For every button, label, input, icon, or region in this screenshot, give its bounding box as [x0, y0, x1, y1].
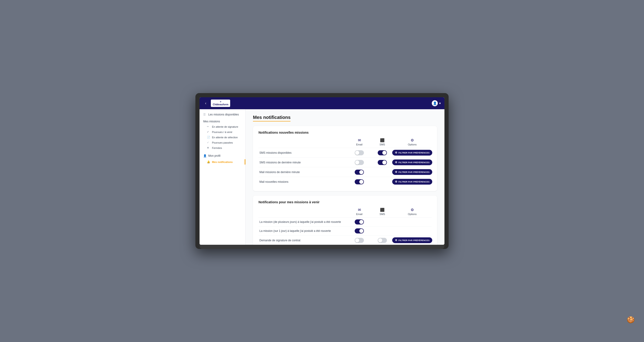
email-header-icon2: ✉: [358, 208, 361, 212]
missions-disponibles-icon: ☰: [203, 113, 206, 116]
section1-title: Notifications nouvelles missions: [258, 131, 432, 134]
toggle-email-sms-derniere[interactable]: [355, 160, 364, 165]
toggle-email-mail-nouvelles[interactable]: [355, 179, 364, 184]
top-nav: ‹ ⚜ Châteauform 👤 ▾: [200, 97, 444, 109]
filter-btn-mail-nouvelles[interactable]: ⚙ FILTRER PAR PRÉFÉRENCES: [392, 179, 432, 185]
pourvues-venir-icon: ✔: [207, 130, 210, 133]
sidebar-mon-profil-label: Mon profil: [208, 154, 220, 157]
main-content: Mes notifications Notifications nouvelle…: [246, 109, 444, 245]
sidebar-missions-disponibles-label: Les missions disponibles: [208, 113, 239, 116]
sidebar-item-missions-disponibles[interactable]: ☰ Les missions disponibles: [200, 111, 245, 118]
back-button[interactable]: ‹: [203, 100, 208, 106]
section1-email-col-header: ✉ Email: [348, 138, 371, 146]
email-header-label2: Email: [356, 213, 362, 216]
sidebar-item-pourvues-venir[interactable]: ✔ Pourvues / à venir: [200, 129, 245, 135]
sidebar-fermees-label: Fermées: [212, 146, 222, 149]
toggle-email-plusieurs-jours[interactable]: [355, 219, 364, 225]
toggle-email-sms-missions-disponibles[interactable]: [355, 150, 364, 155]
options-header-label2: Options: [408, 213, 416, 216]
sms-header-label2: SMS: [380, 213, 385, 216]
toggle-slider: [355, 169, 364, 175]
notif-row-label: SMS missions de dernière minute: [260, 161, 348, 164]
toggle-sms-sms-derniere[interactable]: [378, 160, 387, 165]
sidebar-en-attente-signature-label: En attente de signature: [212, 125, 238, 128]
filter-btn-label: FILTRER PAR PRÉFÉRENCES: [398, 171, 430, 173]
toggle-email-1-jour[interactable]: [355, 228, 364, 233]
sms-header-label: SMS: [380, 143, 385, 146]
mes-notifications-icon: 🔔: [207, 160, 210, 163]
filter-btn-sms-missions-disponibles[interactable]: ⚙ FILTRER PAR PRÉFÉRENCES: [392, 150, 432, 155]
toggle-email-signature[interactable]: [355, 238, 364, 243]
user-menu[interactable]: 👤 ▾: [432, 100, 441, 106]
sidebar-item-en-attente-signature[interactable]: ✏ En attente de signature: [200, 124, 245, 129]
filter-icon: ⚙: [395, 239, 397, 242]
cookie-icon[interactable]: 🍪: [627, 316, 635, 323]
en-attente-signature-icon: ✏: [207, 125, 210, 128]
toggle-sms-sms-missions-disponibles[interactable]: [378, 150, 387, 155]
table-row: Mail nouvelles missions ⚙: [258, 177, 432, 187]
sidebar-item-en-attente-selection[interactable]: 📄 En attente de sélection: [200, 135, 245, 140]
filter-icon: ⚙: [395, 151, 397, 154]
sidebar-item-mon-profil[interactable]: 👤 Mon profil: [200, 152, 245, 159]
sidebar-pourvues-venir-label: Pourvues / à venir: [212, 131, 232, 133]
sms-header-icon2: ⬛: [380, 208, 384, 212]
filter-btn-label: FILTRER PAR PRÉFÉRENCES: [398, 161, 430, 164]
en-attente-selection-icon: 📄: [207, 136, 210, 139]
filter-btn-sms-derniere[interactable]: ⚙ FILTRER PAR PRÉFÉRENCES: [392, 159, 432, 165]
email-header-label: Email: [356, 143, 362, 146]
section1-sms-col-header: ⬛ SMS: [371, 138, 394, 146]
toggle-slider: [378, 150, 387, 155]
sidebar-pourvues-passees-label: Pourvues passées: [212, 141, 233, 144]
section2-title: Notifications pour mes missions à venir: [258, 200, 432, 204]
notif-row-label: La mission (de plusieurs jours) à laquel…: [260, 220, 348, 224]
filter-icon: ⚙: [395, 161, 397, 164]
sidebar-en-attente-selection-label: En attente de sélection: [212, 136, 238, 139]
notif-row-label: Mail nouvelles missions: [260, 180, 348, 184]
toggle-slider: [378, 238, 387, 243]
notif-row-label: Demande de signature de contrat: [260, 239, 348, 242]
section2-header-row: ✉ Email ⬛ SMS ⚙ Options: [258, 208, 432, 216]
sidebar: ☰ Les missions disponibles Mes missions …: [200, 109, 246, 245]
user-dropdown-arrow: ▾: [439, 101, 441, 105]
filter-btn-signature[interactable]: ⚙ FILTRER PAR PRÉFÉRENCES: [392, 237, 432, 243]
notif-row-label: La mission (sur 1 jour) à laquelle j'ai …: [260, 229, 348, 233]
sidebar-item-mes-notifications[interactable]: 🔔 Mes notifications: [200, 159, 245, 164]
table-row: SMS missions de dernière minute: [258, 157, 432, 167]
filter-icon: ⚙: [395, 180, 397, 183]
section1-options-col-header: ⚙ Options: [394, 138, 431, 146]
filter-btn-label: FILTRER PAR PRÉFÉRENCES: [398, 181, 430, 183]
options-header-icon: ⚙: [410, 138, 414, 142]
options-header-label: Options: [408, 143, 416, 146]
toggle-slider: [355, 238, 364, 243]
notif-row-label: SMS missions disponibles: [260, 151, 348, 154]
section2-sms-col-header: ⬛ SMS: [371, 208, 394, 216]
toggle-slider: [355, 179, 364, 184]
email-header-icon: ✉: [358, 138, 361, 142]
toggle-slider: [355, 228, 364, 233]
page-title: Mes notifications: [253, 115, 290, 121]
notif-section-nouvelles-missions: Notifications nouvelles missions ✉ Email…: [253, 126, 437, 191]
notif-row-label: Mail missions de dernière minute: [260, 170, 348, 174]
options-header-icon2: ⚙: [410, 208, 414, 212]
filter-btn-mail-derniere[interactable]: ⚙ FILTRER PAR PRÉFÉRENCES: [392, 169, 432, 175]
logo: ⚜ Châteauform: [211, 100, 230, 107]
toggle-slider: [355, 160, 364, 165]
user-avatar: 👤: [432, 100, 438, 106]
toggle-sms-signature[interactable]: [378, 238, 387, 243]
fermees-icon: ✖: [207, 146, 210, 149]
table-row: Demande de signature de contrat: [258, 235, 432, 245]
pourvues-passees-icon: ✓: [207, 141, 210, 144]
filter-icon: ⚙: [395, 170, 397, 174]
filter-btn-label: FILTRER PAR PRÉFÉRENCES: [398, 152, 430, 154]
filter-btn-label: FILTRER PAR PRÉFÉRENCES: [398, 239, 430, 242]
table-row: La mission (sur 1 jour) à laquelle j'ai …: [258, 226, 432, 235]
toggle-slider: [355, 219, 364, 225]
table-row: Mail missions de dernière minute: [258, 167, 432, 177]
toggle-slider: [378, 160, 387, 165]
sidebar-item-fermees[interactable]: ✖ Fermées: [200, 145, 245, 150]
sidebar-item-pourvues-passees[interactable]: ✓ Pourvues passées: [200, 140, 245, 145]
sms-header-icon: ⬛: [380, 138, 384, 142]
logo-text: Châteauform: [213, 103, 228, 106]
toggle-email-mail-derniere[interactable]: [355, 169, 364, 175]
sidebar-mes-notifications-label: Mes notifications: [212, 161, 233, 163]
